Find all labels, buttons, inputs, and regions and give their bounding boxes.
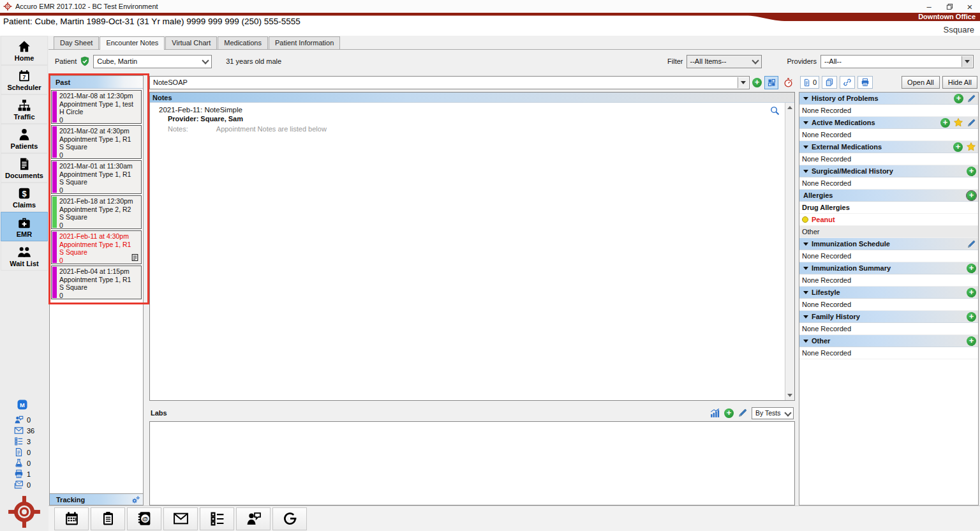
add-icon[interactable]: + [967, 167, 976, 176]
documents-icon [17, 157, 31, 171]
notes-scrollbar[interactable] [785, 103, 794, 400]
tracking-settings-gear-icon[interactable] [131, 495, 141, 505]
edit-pencil-icon[interactable] [967, 239, 976, 249]
appointment-datetime: 2021-Feb-18 at 12:30pm [59, 197, 140, 206]
section-header-lifestyle[interactable]: Lifestyle+ [799, 287, 978, 299]
checklist-toolbar-button[interactable] [200, 507, 234, 530]
status-envelope[interactable]: 36 [14, 425, 48, 436]
appointment-card[interactable]: 2021-Feb-11 at 4:30pm Appointment Type 1… [51, 230, 142, 264]
hide-all-button[interactable]: Hide All [942, 76, 977, 89]
add-icon[interactable]: + [967, 264, 976, 273]
section-header-active-medications[interactable]: Active Medications+ [799, 117, 978, 129]
patient-verified-shield-icon [80, 56, 90, 66]
checklist-icon [209, 511, 225, 527]
favorites-star-icon[interactable] [953, 117, 963, 128]
section-header-history-of-problems[interactable]: History of Problems+ [799, 93, 978, 105]
tab-day-sheet[interactable]: Day Sheet [54, 36, 99, 49]
sidebar-item-patients[interactable]: Patients [1, 124, 48, 153]
patient-select[interactable]: Cube, Martin [93, 55, 212, 68]
status-flask[interactable]: 0 [14, 458, 48, 468]
person-chat-toolbar-button[interactable] [236, 507, 271, 530]
section-header-allergies[interactable]: Allergies+ [799, 190, 978, 202]
appointment-card[interactable]: 2021-Mar-08 at 12:30pm Appointment Type … [51, 90, 142, 124]
notes-panel: Notes 2021-Feb-11: NoteSimple Provider: … [149, 92, 795, 401]
timer-stopwatch-button[interactable] [781, 76, 795, 89]
section-header-family-history[interactable]: Family History+ [799, 311, 978, 323]
note-entry-title[interactable]: 2021-Feb-11: NoteSimple [159, 106, 782, 114]
tab-medications[interactable]: Medications [218, 36, 268, 49]
add-icon[interactable]: + [953, 142, 963, 152]
edit-labs-pencil-icon[interactable] [738, 408, 748, 418]
clipboard-toolbar-button[interactable] [91, 507, 125, 530]
appointment-card[interactable]: 2021-Mar-01 at 11:30am Appointment Type … [51, 160, 142, 194]
note-type-select[interactable]: NoteSOAP [149, 76, 750, 89]
patient-header: Downtown Office Patient: Cube, Martin 19… [0, 13, 980, 36]
add-icon[interactable]: + [954, 94, 963, 103]
addressbook-toolbar-button[interactable]: @ [127, 507, 161, 530]
sidebar-item-scheduler[interactable]: 7Scheduler [1, 65, 48, 94]
appointment-card[interactable]: 2021-Feb-04 at 1:15pm Appointment Type 1… [51, 266, 142, 299]
appointment-card[interactable]: 2021-Feb-18 at 12:30pm Appointment Type … [51, 195, 142, 229]
chevron-down-icon [803, 243, 808, 246]
appointment-note-icon[interactable] [131, 253, 139, 262]
add-lab-button[interactable]: + [724, 408, 734, 418]
favorites-star-icon[interactable] [966, 142, 976, 152]
filter-select[interactable]: --All Items-- [687, 55, 762, 68]
sidebar-item-emr[interactable]: EMR [1, 212, 48, 241]
add-icon[interactable]: + [967, 312, 976, 322]
link-button[interactable] [840, 76, 855, 89]
appointment-provider: S Square [59, 143, 140, 151]
section-header-surgical-medical-history[interactable]: Surgical/Medical History+ [799, 165, 978, 177]
tab-encounter-notes[interactable]: Encounter Notes [100, 36, 165, 50]
sidebar-item-claims[interactable]: $Claims [1, 183, 48, 212]
search-notes-magnifier-icon[interactable] [769, 105, 780, 116]
sidebar-item-documents[interactable]: Documents [1, 153, 48, 183]
sidebar-item-wait-list[interactable]: Wait List [1, 241, 48, 271]
add-icon[interactable]: + [940, 118, 950, 128]
edit-pencil-icon[interactable] [967, 118, 976, 128]
minimize-button[interactable]: – [919, 0, 939, 13]
calendar-toolbar-button[interactable] [54, 507, 89, 530]
section-row: None Recorded [799, 105, 978, 117]
envelope-toolbar-button[interactable] [163, 507, 198, 530]
status-tasks[interactable]: 3 [14, 436, 48, 447]
labs-view-select[interactable]: By Tests [752, 407, 794, 419]
calendar-icon [64, 511, 80, 527]
add-icon[interactable]: + [967, 191, 976, 200]
note-layout-grid-button[interactable] [764, 76, 778, 89]
tab-virtual-chart[interactable]: Virtual Chart [165, 36, 217, 49]
past-panel-header[interactable]: Past [50, 76, 143, 89]
restore-button[interactable] [939, 0, 960, 13]
add-icon[interactable]: + [967, 288, 976, 297]
sidebar-item-traffic[interactable]: Traffic [1, 94, 48, 124]
section-row: None Recorded [799, 250, 978, 262]
edit-pencil-icon[interactable] [967, 94, 976, 103]
status-mail[interactable]: 0 [14, 479, 48, 490]
section-header-immunization-summary[interactable]: Immunization Summary+ [799, 262, 978, 274]
labs-graph-icon[interactable] [709, 408, 720, 419]
clipboard-icon [100, 511, 116, 527]
svg-text:M: M [20, 401, 25, 408]
providers-select[interactable]: --All-- [820, 55, 974, 68]
close-button[interactable]: × [960, 0, 980, 13]
logout-toolbar-button[interactable] [272, 507, 307, 530]
tracking-bar[interactable]: Tracking [50, 493, 143, 505]
print-summary-button[interactable] [858, 76, 873, 89]
status-printer[interactable]: 1 [14, 468, 48, 479]
section-header-immunization-schedule[interactable]: Immunization Schedule [799, 238, 978, 250]
status-medeo[interactable]: M [14, 399, 48, 410]
appointment-card[interactable]: 2021-Mar-02 at 4:30pm Appointment Type 1… [51, 125, 142, 159]
open-all-button[interactable]: Open All [902, 76, 940, 89]
copy-summary-button[interactable] [822, 76, 837, 89]
add-icon[interactable]: + [967, 336, 976, 346]
status-person-chat[interactable]: 0 [14, 414, 48, 425]
labs-results-area[interactable] [149, 421, 795, 505]
section-header-other[interactable]: Other+ [799, 335, 978, 347]
status-document[interactable]: 0 [14, 447, 48, 458]
section-header-external-medications[interactable]: External Medications+ [799, 141, 978, 153]
add-note-button[interactable]: + [752, 78, 762, 87]
section-row: None Recorded [799, 153, 978, 165]
tab-patient-information[interactable]: Patient Information [269, 36, 340, 49]
summary-report-button[interactable]: 0 [800, 76, 819, 89]
sidebar-item-home[interactable]: Home [1, 36, 48, 65]
